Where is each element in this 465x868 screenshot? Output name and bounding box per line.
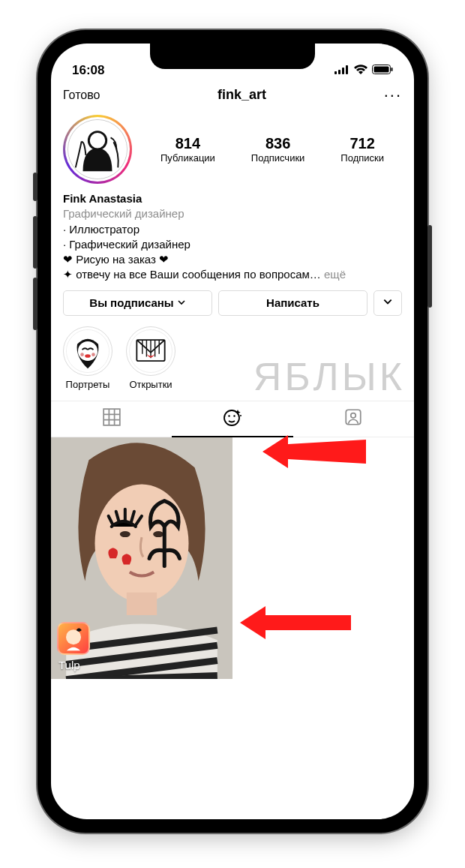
story-highlights: Портреты Открытки	[51, 326, 414, 401]
bio-line: · Иллюстратор	[63, 222, 402, 237]
following-label: Вы подписаны	[89, 296, 173, 309]
stat-followers-label: Подписчики	[251, 152, 305, 164]
svg-line-37	[97, 675, 218, 679]
avatar-story-ring[interactable]	[63, 115, 132, 184]
svg-point-38	[120, 531, 130, 537]
svg-rect-20	[104, 409, 120, 425]
svg-rect-33	[127, 592, 157, 614]
svg-point-13	[92, 353, 95, 356]
phone-side-button	[33, 216, 38, 269]
svg-rect-29	[346, 410, 362, 425]
svg-point-39	[153, 531, 164, 537]
phone-side-button	[33, 278, 38, 330]
phone-side-button	[33, 173, 38, 201]
highlight-label: Портреты	[63, 379, 112, 390]
stat-followers-value: 836	[251, 135, 305, 152]
svg-rect-2	[342, 68, 344, 74]
message-button[interactable]: Написать	[218, 290, 368, 316]
phone-notch	[150, 44, 315, 69]
stat-following-value: 712	[340, 135, 384, 152]
effect-thumbnail	[57, 622, 90, 655]
svg-rect-0	[334, 71, 337, 74]
bio-line: · Графический дизайнер	[63, 237, 402, 252]
svg-rect-1	[338, 70, 340, 74]
status-time: 16:08	[72, 63, 104, 78]
navbar: Готово fink_art ···	[51, 80, 414, 110]
svg-point-45	[66, 629, 81, 644]
effect-item[interactable]: Tulp	[51, 437, 232, 680]
bio-line: ✦ отвечу на все Ваши сообщения по вопрос…	[63, 267, 402, 282]
stat-posts[interactable]: 814 Публикации	[160, 135, 215, 164]
profile-header: 814 Публикации 836 Подписчики 712 Подпис…	[51, 110, 414, 187]
stat-posts-label: Публикации	[160, 152, 215, 164]
bio-name: Fink Anastasia	[63, 191, 402, 206]
profile-bio: Fink Anastasia Графический дизайнер · Ил…	[51, 187, 414, 290]
highlight-item[interactable]: Портреты	[63, 326, 112, 390]
svg-rect-5	[392, 68, 393, 71]
highlight-label: Открытки	[126, 379, 176, 390]
stat-following[interactable]: 712 Подписки	[340, 135, 384, 164]
bio-more-link[interactable]: ещё	[324, 268, 346, 281]
tab-tagged[interactable]	[293, 401, 414, 437]
profile-actions: Вы подписаны Написать	[51, 290, 414, 326]
stat-posts-value: 814	[160, 135, 215, 152]
grid-icon	[102, 407, 122, 430]
bio-category: Графический дизайнер	[63, 206, 402, 221]
effects-grid: Tulp	[51, 437, 414, 680]
tab-effects[interactable]	[172, 401, 292, 437]
following-button[interactable]: Вы подписаны	[63, 290, 212, 316]
done-button[interactable]: Готово	[63, 89, 100, 102]
stat-followers[interactable]: 836 Подписчики	[251, 135, 305, 164]
effects-icon	[222, 407, 243, 431]
profile-stats: 814 Публикации 836 Подписчики 712 Подпис…	[140, 135, 402, 164]
stat-following-label: Подписки	[340, 152, 384, 164]
svg-point-10	[78, 341, 98, 360]
page-title: fink_art	[218, 87, 266, 103]
svg-point-26	[228, 415, 230, 416]
avatar	[68, 119, 128, 179]
phone-frame: 16:08 Готово fink_art ···	[38, 30, 428, 833]
svg-point-12	[80, 353, 84, 356]
cellular-icon	[334, 63, 350, 78]
svg-point-28	[240, 415, 242, 416]
tab-grid[interactable]	[51, 401, 172, 437]
svg-rect-3	[346, 65, 348, 74]
chevron-down-icon	[382, 296, 393, 309]
status-icons	[334, 63, 393, 78]
bio-line: ❤ Рисую на заказ ❤	[63, 252, 402, 267]
effect-label: Tulp	[58, 659, 80, 671]
message-label: Написать	[266, 296, 320, 309]
svg-rect-6	[374, 67, 389, 73]
phone-side-button	[428, 225, 432, 308]
svg-point-30	[351, 413, 356, 419]
phone-screen: 16:08 Готово fink_art ···	[51, 44, 414, 819]
svg-point-8	[88, 132, 106, 149]
chevron-down-icon	[177, 296, 186, 309]
suggest-button[interactable]	[374, 290, 402, 316]
svg-point-11	[85, 354, 90, 358]
tagged-icon	[344, 407, 363, 430]
battery-icon	[372, 63, 393, 78]
wifi-icon	[354, 63, 368, 78]
svg-point-27	[233, 415, 235, 416]
highlight-item[interactable]: Открытки	[126, 326, 176, 390]
profile-tabs	[51, 401, 414, 437]
